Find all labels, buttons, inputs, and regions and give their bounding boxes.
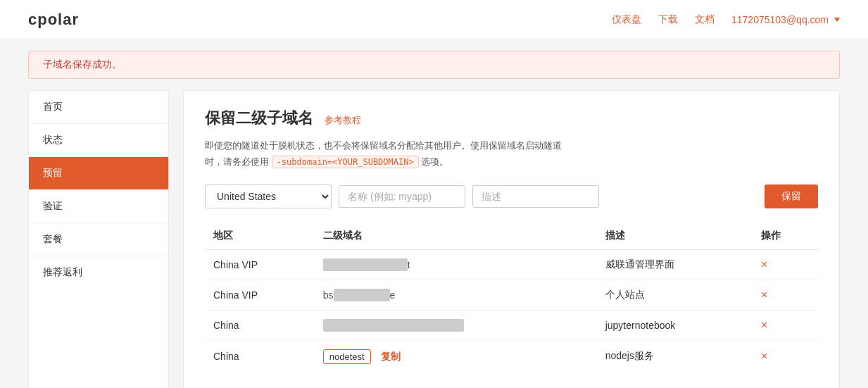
subdomain-suffix: e — [390, 289, 396, 301]
table-row: China nodetest 复制 nodejs服务 × — [205, 340, 818, 373]
save-button[interactable]: 保留 — [765, 184, 818, 208]
user-email: 1172075103@qq.com — [731, 14, 829, 25]
col-description: 描述 — [597, 223, 753, 250]
sidebar-item-reserve[interactable]: 预留 — [29, 157, 168, 190]
region-select[interactable]: United States China China VIP — [205, 184, 332, 208]
delete-icon[interactable]: × — [761, 258, 767, 270]
cell-action[interactable]: × — [753, 280, 818, 310]
alert-message: 子域名保存成功。 — [43, 58, 122, 70]
table-row: China jupyternotebook × — [205, 310, 818, 340]
subdomain-prefix: bs — [323, 289, 334, 301]
content-area: 保留二级子域名 参考教程 即使您的隧道处于脱机状态，也不会将保留域名分配给其他用… — [183, 90, 840, 388]
col-region: 地区 — [205, 223, 315, 250]
col-subdomain: 二级域名 — [315, 223, 597, 250]
sidebar-item-verify[interactable]: 验证 — [29, 190, 168, 223]
main-layout: 首页 状态 预留 验证 套餐 推荐返利 保留二级子域名 参考教程 即使您的隧道处… — [0, 90, 868, 388]
cell-description: 个人站点 — [597, 280, 753, 310]
cell-action[interactable]: × — [753, 340, 818, 373]
cell-region: China VIP — [205, 249, 315, 280]
cell-region: China — [205, 310, 315, 340]
header-nav: 仪表盘 下载 文档 1172075103@qq.com — [612, 13, 840, 26]
nav-dashboard[interactable]: 仪表盘 — [612, 13, 641, 26]
cell-description: jupyternotebook — [597, 310, 753, 340]
cell-description: nodejs服务 — [597, 340, 753, 373]
desc-code: -subdomain=<YOUR_SUBDOMAIN> — [272, 156, 419, 168]
table-header-row: 地区 二级域名 描述 操作 — [205, 223, 818, 250]
sidebar-item-status[interactable]: 状态 — [29, 124, 168, 157]
tutorial-link[interactable]: 参考教程 — [325, 114, 361, 127]
desc-input[interactable] — [472, 185, 599, 208]
cell-region: China — [205, 340, 315, 373]
user-caret-icon — [834, 18, 840, 22]
copy-button[interactable]: 复制 — [381, 351, 401, 362]
desc-line2: 时，请务必使用 — [205, 156, 269, 167]
subdomain-blurred — [323, 258, 408, 271]
subdomain-blurred — [323, 319, 464, 332]
nav-download[interactable]: 下载 — [658, 13, 678, 26]
delete-icon[interactable]: × — [761, 319, 767, 331]
subdomain-table: 地区 二级域名 描述 操作 China VIP t 威联通管理界面 — [205, 223, 818, 373]
cell-subdomain — [315, 310, 597, 340]
logo: cpolar — [28, 11, 79, 29]
subdomain-suffix: t — [408, 259, 410, 270]
cell-action[interactable]: × — [753, 310, 818, 340]
subdomain-nodetest: nodetest — [323, 349, 371, 364]
delete-icon[interactable]: × — [761, 350, 767, 362]
form-row: United States China China VIP 保留 — [205, 184, 818, 208]
cell-description: 威联通管理界面 — [597, 249, 753, 280]
table-row: China VIP t 威联通管理界面 × — [205, 249, 818, 280]
header: cpolar 仪表盘 下载 文档 1172075103@qq.com — [0, 0, 868, 39]
page-title-row: 保留二级子域名 参考教程 — [205, 108, 818, 129]
sidebar-item-referral[interactable]: 推荐返利 — [29, 256, 168, 289]
table-row: China VIP bs e 个人站点 × — [205, 280, 818, 310]
sidebar-item-home[interactable]: 首页 — [29, 91, 168, 124]
sidebar-item-plan[interactable]: 套餐 — [29, 223, 168, 256]
sidebar: 首页 状态 预留 验证 套餐 推荐返利 — [28, 90, 169, 388]
page-title: 保留二级子域名 — [205, 108, 313, 129]
desc-line1: 即使您的隧道处于脱机状态，也不会将保留域名分配给其他用户。使用保留域名启动隧道 — [205, 140, 562, 151]
nav-docs[interactable]: 文档 — [695, 13, 715, 26]
cell-subdomain: nodetest 复制 — [315, 340, 597, 373]
name-input[interactable] — [339, 185, 465, 208]
description: 即使您的隧道处于脱机状态，也不会将保留域名分配给其他用户。使用保留域名启动隧道 … — [205, 137, 818, 170]
desc-line3: 选项。 — [421, 156, 448, 167]
cell-action[interactable]: × — [753, 249, 818, 280]
cell-region: China VIP — [205, 280, 315, 310]
cell-subdomain: t — [315, 249, 597, 280]
delete-icon[interactable]: × — [761, 289, 767, 301]
success-alert: 子域名保存成功。 — [28, 51, 840, 79]
col-action: 操作 — [753, 223, 818, 250]
user-menu[interactable]: 1172075103@qq.com — [731, 14, 840, 25]
subdomain-blurred — [334, 289, 390, 301]
cell-subdomain: bs e — [315, 280, 597, 310]
